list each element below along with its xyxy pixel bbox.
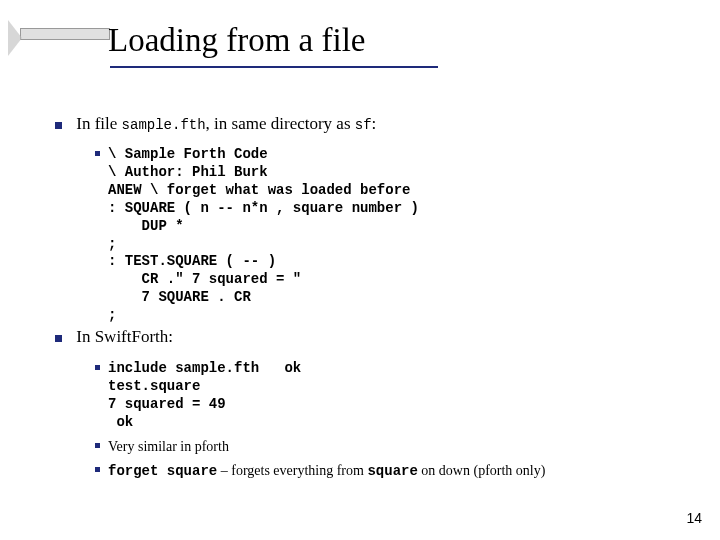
square-bullet-icon <box>55 335 62 342</box>
code-forth-sample: \ Sample Forth Code \ Author: Phil Burk … <box>108 146 655 325</box>
square-bullet-icon <box>95 365 100 370</box>
code-sf: sf <box>355 117 372 133</box>
text-suffix: : <box>372 114 377 133</box>
square-bullet-icon <box>95 467 100 472</box>
note-pforth: Very similar in pforth <box>108 438 695 456</box>
note-tail: on down (pforth only) <box>418 463 546 478</box>
code-block-sample: \ Sample Forth Code \ Author: Phil Burk … <box>95 140 655 325</box>
sub-bullet-note-pforth: Very similar in pforth <box>95 438 695 456</box>
page-title: Loading from a file <box>108 22 366 59</box>
sub-bullet-code: \ Sample Forth Code \ Author: Phil Burk … <box>95 146 655 325</box>
text-prefix: In file <box>76 114 121 133</box>
title-underline <box>110 66 438 68</box>
corner-decoration <box>6 14 96 66</box>
square-bullet-icon <box>95 443 100 448</box>
text-middle: , in same directory as <box>206 114 355 133</box>
sub-bullet-include: include sample.fth ok test.square 7 squa… <box>95 360 695 432</box>
text-swiftforth: In SwiftForth: <box>76 327 173 346</box>
square-bullet-icon <box>95 151 100 156</box>
square-bullet-icon <box>55 122 62 129</box>
slide: Loading from a file In file sample.fth, … <box>0 0 720 540</box>
code-filename: sample.fth <box>122 117 206 133</box>
bullet-infile: In file sample.fth, in same directory as… <box>55 112 376 136</box>
note-forget: forget square – forgets everything from … <box>108 462 695 481</box>
note-mid: – forgets everything from <box>217 463 367 478</box>
deco-triangle <box>8 20 22 56</box>
code-forget: forget square <box>108 463 217 479</box>
bullet-swiftforth: In SwiftForth: <box>55 325 173 349</box>
code-square: square <box>367 463 417 479</box>
sub-bullet-note-forget: forget square – forgets everything from … <box>95 462 695 481</box>
code-block-swiftforth: include sample.fth ok test.square 7 squa… <box>95 354 695 481</box>
deco-bar <box>20 28 110 40</box>
page-number: 14 <box>686 510 702 526</box>
code-include: include sample.fth ok test.square 7 squa… <box>108 360 695 432</box>
